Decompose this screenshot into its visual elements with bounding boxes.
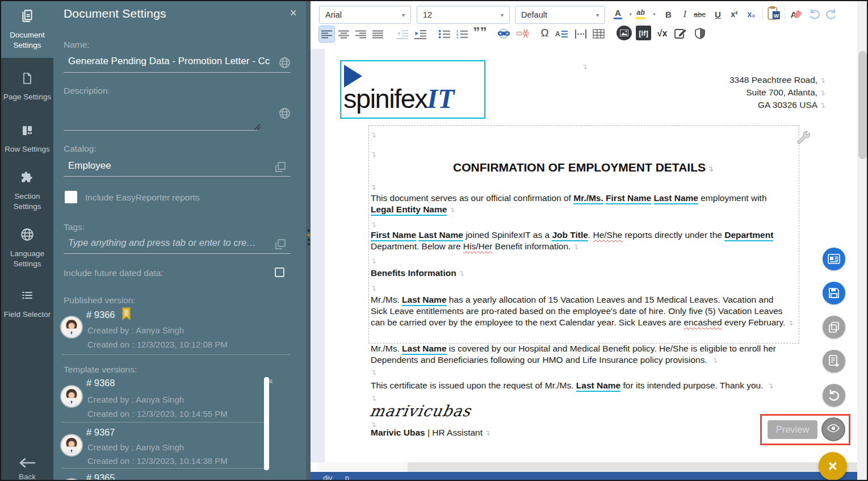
close-editor-fab[interactable]: ×: [819, 452, 847, 480]
future-dated-checkbox[interactable]: [275, 267, 284, 277]
logo-image-selected[interactable]: spinifexIT: [340, 60, 485, 119]
superscript-button[interactable]: x²: [727, 6, 742, 22]
placeholder-field[interactable]: Last Name: [402, 344, 446, 355]
decrease-indent-button[interactable]: [395, 26, 410, 42]
paragraph-mark: ↴: [370, 220, 376, 229]
description-input[interactable]: [64, 130, 258, 131]
document-title: CONFIRMATION OF EMPLOYMENT DETAILS↴: [368, 161, 798, 174]
placeholder-field[interactable]: Mr./Ms.: [573, 193, 603, 204]
font-family-dropdown[interactable]: Arial ▾: [319, 6, 411, 24]
paste-from-word-button[interactable]: W: [766, 5, 781, 21]
include-easyreporter-checkbox[interactable]: [65, 191, 77, 203]
bulleted-list-button[interactable]: [437, 26, 452, 42]
open-dialog-icon[interactable]: [275, 239, 286, 252]
back-button[interactable]: Back: [1, 455, 53, 481]
blockquote-button[interactable]: ””: [472, 24, 488, 40]
sidebar-item-section-settings[interactable]: Section Settings: [1, 162, 53, 219]
formula-button[interactable]: √x: [655, 26, 670, 41]
translate-globe-icon[interactable]: [278, 56, 291, 72]
future-dated-label: Include future dated data:: [64, 268, 163, 278]
template-version-id[interactable]: # 9367: [86, 427, 115, 438]
edit-source-button[interactable]: [673, 26, 688, 41]
placeholder-field[interactable]: Last Name: [654, 193, 698, 204]
align-left-button[interactable]: [319, 26, 334, 42]
puzzle-icon: [20, 170, 35, 187]
sidebar-item-label: Document Settings: [3, 30, 52, 51]
avatar: [61, 317, 82, 337]
font-family-value: Arial: [325, 10, 342, 19]
placeholder-field[interactable]: Department: [724, 230, 773, 241]
justify-button[interactable]: [370, 26, 385, 42]
paragraph-mark: ↴: [370, 131, 376, 139]
strikethrough-button[interactable]: abc: [692, 6, 707, 22]
sidebar-item-document-settings[interactable]: Document Settings: [1, 1, 53, 58]
template-version-id[interactable]: # 9368: [86, 378, 115, 388]
avatar: [61, 479, 82, 480]
paragraph-mark: ↴: [370, 394, 376, 403]
font-size-dropdown[interactable]: 12 ▾: [417, 6, 510, 24]
sidebar-item-page-settings[interactable]: Page Settings: [1, 58, 53, 116]
bold-button[interactable]: B: [661, 6, 676, 22]
preview-eye-button[interactable]: [821, 417, 845, 441]
increase-indent-button[interactable]: [413, 26, 428, 42]
copy-document-button[interactable]: [823, 316, 845, 338]
numbered-list-button[interactable]: 123: [454, 26, 469, 42]
remove-format-button[interactable]: A: [788, 6, 803, 22]
wrench-icon[interactable]: [794, 129, 812, 150]
catalog-input[interactable]: Employee: [68, 160, 261, 172]
resize-grip-icon[interactable]: [253, 123, 261, 133]
horizontal-scrollbar[interactable]: [408, 462, 868, 472]
placeholder-field[interactable]: Last Name: [402, 295, 446, 306]
sidebar-item-row-settings[interactable]: Row Settings: [1, 116, 53, 162]
italic-button[interactable]: I: [677, 6, 693, 22]
insert-link-button[interactable]: [496, 26, 511, 41]
template-gallery-button[interactable]: [823, 248, 845, 270]
name-input[interactable]: Generate Pending Data - Promotion Letter…: [68, 56, 275, 67]
sidebar-item-field-selector[interactable]: Field Selector: [1, 277, 53, 332]
placeholder-field[interactable]: Legal Entity Name: [371, 204, 447, 216]
if-condition-button[interactable]: [if]: [636, 26, 651, 40]
translate-globe-icon[interactable]: [278, 107, 291, 122]
placeholder-field[interactable]: First Name: [606, 193, 651, 204]
sidebar-item-language-settings[interactable]: Language Settings: [1, 219, 53, 277]
sidebar-item-label: Field Selector: [3, 309, 52, 320]
tags-input[interactable]: Type anything and press tab or enter to …: [68, 237, 270, 248]
special-character-button[interactable]: Ω: [537, 25, 552, 41]
save-button[interactable]: [823, 282, 845, 304]
highlight-color-caret[interactable]: ▾: [647, 6, 662, 22]
add-page-button[interactable]: [823, 350, 845, 373]
insert-table-button[interactable]: [591, 26, 606, 41]
close-panel-button[interactable]: ×: [290, 6, 297, 20]
element-path-p[interactable]: p: [345, 474, 349, 481]
template-version-id[interactable]: # 9365: [86, 472, 115, 480]
redo-button[interactable]: [823, 6, 838, 22]
underline-button[interactable]: U: [710, 6, 726, 22]
paragraph-style-dropdown[interactable]: Default ▾: [515, 6, 605, 24]
protect-shield-button[interactable]: [692, 26, 707, 41]
highlight-color-button[interactable]: ab: [633, 6, 648, 22]
preview-button[interactable]: Preview: [768, 420, 817, 439]
placeholder-field[interactable]: Last Name: [418, 230, 463, 241]
published-version-id[interactable]: # 9366: [86, 309, 115, 320]
undo-button[interactable]: [807, 6, 822, 22]
revert-button[interactable]: [823, 384, 845, 407]
sidebar-item-label: Language Settings: [3, 249, 52, 269]
editor-scrollbar-thumb[interactable]: [858, 51, 867, 159]
paragraph-mark: ↴: [456, 269, 464, 278]
editor-left-margin: [311, 49, 325, 462]
subscript-button[interactable]: x₂: [744, 6, 759, 22]
unlink-button[interactable]: [515, 26, 530, 41]
align-center-button[interactable]: [336, 26, 351, 42]
template-list-scrollbar[interactable]: [264, 377, 269, 470]
open-dialog-icon[interactable]: [275, 161, 286, 175]
line-spacing-button[interactable]: A: [553, 26, 569, 42]
element-path-div[interactable]: div: [323, 474, 333, 481]
placeholder-field[interactable]: Last Name: [576, 380, 620, 392]
page-break-button[interactable]: [573, 26, 588, 42]
placeholder-field[interactable]: First Name: [371, 230, 416, 241]
insert-image-button[interactable]: [617, 26, 632, 40]
splitter-drag-handle-icon[interactable]: [307, 229, 310, 252]
align-right-button[interactable]: [353, 26, 368, 42]
placeholder-field[interactable]: Job Title: [552, 230, 588, 241]
element-path-bar: div p: [311, 472, 868, 481]
